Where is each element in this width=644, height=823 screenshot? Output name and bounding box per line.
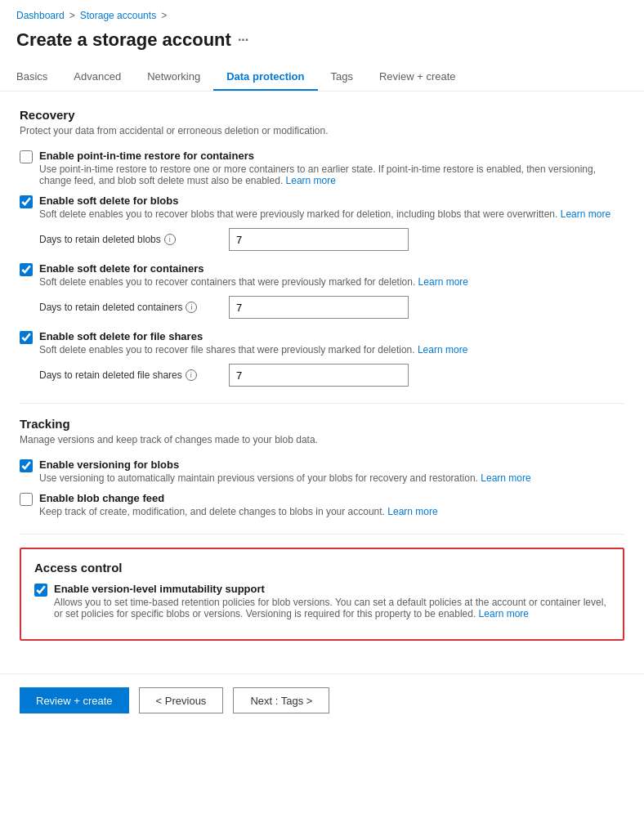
pit-restore-label[interactable]: Enable point-in-time restore for contain… xyxy=(39,150,254,162)
versioning-label[interactable]: Enable versioning for blobs xyxy=(39,458,179,471)
change-feed-learn-more[interactable]: Learn more xyxy=(387,506,437,517)
immutability-row: Enable version-level immutability suppor… xyxy=(34,583,610,619)
section-divider-2 xyxy=(20,534,624,535)
retain-containers-info-icon[interactable]: i xyxy=(186,302,197,313)
soft-delete-containers-learn-more[interactable]: Learn more xyxy=(418,276,468,288)
change-feed-desc: Keep track of create, modification, and … xyxy=(39,506,438,517)
immutability-checkbox[interactable] xyxy=(34,584,47,597)
page-options-icon[interactable]: ··· xyxy=(238,33,248,47)
retain-blobs-field-row: Days to retain deleted blobs i xyxy=(39,228,624,251)
pit-restore-learn-more[interactable]: Learn more xyxy=(286,175,336,186)
retain-blobs-label: Days to retain deleted blobs i xyxy=(39,234,219,245)
change-feed-label[interactable]: Enable blob change feed xyxy=(39,492,164,504)
immutability-learn-more[interactable]: Learn more xyxy=(479,608,529,619)
access-control-title: Access control xyxy=(34,561,610,575)
breadcrumb: Dashboard > Storage accounts > xyxy=(0,0,644,26)
breadcrumb-dashboard[interactable]: Dashboard xyxy=(16,10,65,21)
retain-containers-field-row: Days to retain deleted containers i xyxy=(39,296,624,319)
pit-restore-row: Enable point-in-time restore for contain… xyxy=(20,150,624,186)
retain-containers-input[interactable] xyxy=(229,296,409,319)
versioning-row: Enable versioning for blobs Use versioni… xyxy=(20,458,624,484)
retain-files-input[interactable] xyxy=(229,364,409,387)
footer: Review + create < Previous Next : Tags > xyxy=(0,673,644,727)
tab-basics[interactable]: Basics xyxy=(16,64,60,91)
soft-delete-blobs-learn-more[interactable]: Learn more xyxy=(561,208,610,220)
soft-delete-files-label[interactable]: Enable soft delete for file shares xyxy=(39,330,203,342)
retain-files-label: Days to retain deleted file shares i xyxy=(39,369,219,381)
immutability-desc: Allows you to set time-based retention p… xyxy=(54,597,610,619)
tabs-nav: Basics Advanced Networking Data protecti… xyxy=(0,64,644,92)
retain-blobs-info-icon[interactable]: i xyxy=(164,234,176,245)
soft-delete-containers-label[interactable]: Enable soft delete for containers xyxy=(39,262,204,275)
breadcrumb-sep1: > xyxy=(69,10,75,21)
retain-containers-label: Days to retain deleted containers i xyxy=(39,302,219,313)
soft-delete-containers-checkbox[interactable] xyxy=(20,263,33,276)
retain-files-info-icon[interactable]: i xyxy=(186,369,197,381)
soft-delete-blobs-checkbox[interactable] xyxy=(20,195,33,208)
recovery-description: Protect your data from accidental or err… xyxy=(20,125,624,136)
immutability-label[interactable]: Enable version-level immutability suppor… xyxy=(54,583,265,595)
recovery-title: Recovery xyxy=(20,108,624,122)
retain-blobs-input[interactable] xyxy=(229,228,409,251)
change-feed-checkbox[interactable] xyxy=(20,493,33,506)
page-title: Create a storage account ··· xyxy=(0,26,644,64)
versioning-checkbox[interactable] xyxy=(20,459,33,472)
page-title-text: Create a storage account xyxy=(16,29,231,51)
tab-tags[interactable]: Tags xyxy=(318,64,366,91)
recovery-section: Recovery Protect your data from accident… xyxy=(20,108,624,387)
review-create-button[interactable]: Review + create xyxy=(20,687,129,713)
soft-delete-files-learn-more[interactable]: Learn more xyxy=(418,344,467,356)
soft-delete-files-row: Enable soft delete for file shares Soft … xyxy=(20,330,624,356)
breadcrumb-sep2: > xyxy=(161,10,167,21)
soft-delete-blobs-row: Enable soft delete for blobs Soft delete… xyxy=(20,195,624,220)
tab-review-create[interactable]: Review + create xyxy=(366,64,469,91)
soft-delete-blobs-desc: Soft delete enables you to recover blobs… xyxy=(39,208,610,220)
versioning-desc: Use versioning to automatically maintain… xyxy=(39,472,531,484)
pit-restore-desc: Use point-in-time restore to restore one… xyxy=(39,163,624,186)
main-content: Recovery Protect your data from accident… xyxy=(0,92,644,673)
change-feed-row: Enable blob change feed Keep track of cr… xyxy=(20,492,624,517)
tab-data-protection[interactable]: Data protection xyxy=(213,64,317,91)
breadcrumb-storage[interactable]: Storage accounts xyxy=(80,10,156,21)
tab-networking[interactable]: Networking xyxy=(134,64,213,91)
tracking-description: Manage versions and keep track of change… xyxy=(20,434,624,445)
soft-delete-files-desc: Soft delete enables you to recover file … xyxy=(39,344,467,356)
tracking-section: Tracking Manage versions and keep track … xyxy=(20,417,624,517)
previous-button[interactable]: < Previous xyxy=(139,687,224,713)
pit-restore-checkbox[interactable] xyxy=(20,150,33,163)
soft-delete-files-checkbox[interactable] xyxy=(20,331,33,344)
soft-delete-containers-row: Enable soft delete for containers Soft d… xyxy=(20,262,624,288)
soft-delete-blobs-label[interactable]: Enable soft delete for blobs xyxy=(39,195,178,207)
section-divider-1 xyxy=(20,403,624,404)
soft-delete-containers-desc: Soft delete enables you to recover conta… xyxy=(39,276,468,288)
retain-files-field-row: Days to retain deleted file shares i xyxy=(39,364,624,387)
access-control-section: Access control Enable version-level immu… xyxy=(20,548,624,641)
versioning-learn-more[interactable]: Learn more xyxy=(481,472,530,484)
tracking-title: Tracking xyxy=(20,417,624,431)
next-button[interactable]: Next : Tags > xyxy=(233,687,329,713)
tab-advanced[interactable]: Advanced xyxy=(60,64,134,91)
